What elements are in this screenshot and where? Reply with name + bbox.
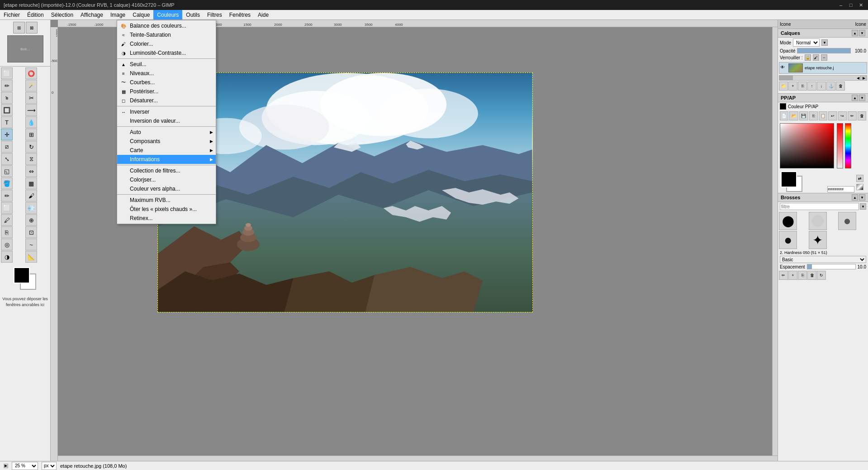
menu-item-image[interactable]: Image bbox=[107, 10, 129, 19]
menu-item-fichier[interactable]: Fichier bbox=[0, 10, 24, 19]
calques-down-icon[interactable]: ▼ bbox=[859, 30, 865, 36]
tool-clone[interactable]: ⎘ bbox=[1, 226, 13, 238]
brush-delete-btn[interactable]: 🗑 bbox=[807, 271, 816, 280]
color-spectrum[interactable] bbox=[845, 123, 851, 168]
menu-item-maximum-rvb[interactable]: Maximum RVB... bbox=[117, 196, 216, 205]
ppap-open-btn[interactable]: 📂 bbox=[789, 111, 798, 120]
menu-item-teinte-saturation[interactable]: ≈Teinte-Saturation bbox=[117, 30, 216, 39]
menu-item-auto[interactable]: Auto bbox=[117, 128, 216, 137]
foreground-color[interactable] bbox=[14, 267, 30, 283]
tool-airbrush[interactable]: 💨 bbox=[25, 202, 37, 214]
scroll-left[interactable]: ◀ bbox=[793, 76, 860, 80]
duplicate-layer-btn[interactable]: ⎘ bbox=[798, 82, 807, 91]
menu-item-collection-filtres[interactable]: Collection de filtres... bbox=[117, 166, 216, 175]
minimize-button[interactable]: – bbox=[837, 1, 844, 9]
tool-perspective[interactable]: ◱ bbox=[1, 165, 13, 177]
menu-item-desaturer[interactable]: ◻Désaturer... bbox=[117, 96, 216, 105]
menu-item-informations[interactable]: Informations bbox=[117, 155, 216, 164]
brush-item-2[interactable] bbox=[809, 212, 827, 230]
move-lock-icon[interactable]: ↔ bbox=[821, 54, 827, 61]
brush-filter-dropdown[interactable]: ▼ bbox=[860, 203, 866, 210]
menu-item-retinex[interactable]: Retinex... bbox=[117, 214, 216, 223]
spacing-slider[interactable] bbox=[807, 264, 856, 269]
menu-item-filtres[interactable]: Filtres bbox=[204, 10, 226, 19]
new-layer-btn[interactable]: + bbox=[788, 82, 797, 91]
menu-item-aide[interactable]: Aide bbox=[254, 10, 272, 19]
brush-filter-input[interactable] bbox=[780, 203, 859, 210]
menu-item-inverser[interactable]: ↔Inverser bbox=[117, 107, 216, 116]
tool-small-btn-2[interactable]: ⊠ bbox=[26, 22, 38, 34]
layer-scrollbar[interactable]: ▶ ◀ bbox=[779, 75, 867, 81]
brush-lock-icon[interactable]: 🖌 bbox=[813, 54, 819, 61]
tool-blur-sharpen[interactable]: ◎ bbox=[1, 239, 13, 250]
anchor-layer-btn[interactable]: ⚓ bbox=[826, 82, 835, 91]
tool-paths[interactable]: ⟿ bbox=[25, 104, 37, 116]
menu-item-composants[interactable]: Composants bbox=[117, 137, 216, 146]
menu-item-inversion-valeur[interactable]: Inversion de valeur... bbox=[117, 116, 216, 125]
tool-rotate[interactable]: ↻ bbox=[25, 141, 37, 153]
delete-layer-btn[interactable]: 🗑 bbox=[836, 82, 845, 91]
color-gradient[interactable] bbox=[780, 123, 834, 168]
brush-style-select[interactable]: Basic bbox=[780, 256, 866, 263]
lock-icon[interactable]: 🔒 bbox=[805, 54, 811, 61]
tool-fuzzy-select[interactable]: 🪄 bbox=[25, 80, 37, 91]
opacity-slider[interactable] bbox=[797, 48, 851, 53]
tool-free-select[interactable]: ✏ bbox=[1, 80, 13, 91]
zoom-select[interactable]: 12.5 % 25 % 50 % 100 % bbox=[12, 462, 38, 470]
scroll-right[interactable]: ▶ bbox=[860, 76, 867, 80]
menu-item-niveaux[interactable]: ≡Niveaux... bbox=[117, 69, 216, 78]
layer-up-btn[interactable]: ↑ bbox=[807, 82, 816, 91]
tool-align[interactable]: ⊞ bbox=[25, 129, 37, 140]
menu-item-carte[interactable]: Carte bbox=[117, 146, 216, 155]
maximize-button[interactable]: □ bbox=[847, 1, 854, 9]
tool-ink[interactable]: 🖊 bbox=[1, 214, 13, 226]
tool-move[interactable]: ✛ bbox=[1, 129, 13, 140]
tool-gradient[interactable]: ▦ bbox=[25, 177, 37, 189]
brush-item-1[interactable]: ⬤ bbox=[779, 212, 797, 230]
tool-ellipse-select[interactable]: ⭕ bbox=[25, 67, 37, 79]
menu-item-courbes[interactable]: 〜Courbes... bbox=[117, 78, 216, 87]
close-button[interactable]: ✕ bbox=[857, 1, 864, 9]
unit-select[interactable]: px bbox=[42, 462, 57, 470]
menu-item-fenetres[interactable]: Fenêtres bbox=[226, 10, 254, 19]
ppap-down-icon[interactable]: ▼ bbox=[859, 95, 865, 101]
tool-pencil[interactable]: ✏ bbox=[1, 190, 13, 201]
ppap-up-icon[interactable]: ▲ bbox=[852, 95, 858, 101]
ppap-save-btn[interactable]: 💾 bbox=[799, 111, 808, 120]
brush-new-btn[interactable]: + bbox=[788, 271, 797, 280]
ppap-new-btn[interactable]: 📄 bbox=[780, 111, 788, 120]
tool-by-color-select[interactable]: 🖱 bbox=[1, 92, 13, 104]
brush-item-4[interactable]: ● bbox=[779, 231, 797, 249]
menu-item-colorjser[interactable]: Colorjser... bbox=[117, 175, 216, 184]
ppap-undo-btn[interactable]: ↩ bbox=[828, 111, 837, 120]
tool-scissors-select[interactable]: ✂ bbox=[25, 92, 37, 104]
tool-text[interactable]: T bbox=[1, 116, 13, 128]
menu-item-selection[interactable]: Sélection bbox=[47, 10, 77, 19]
layer-item[interactable]: 👁 etape retouche.j bbox=[779, 62, 867, 74]
menu-item-seuil[interactable]: ▲Seuil... bbox=[117, 60, 216, 69]
tool-crop[interactable]: ⧄ bbox=[1, 141, 13, 153]
tool-paintbrush[interactable]: 🖌 bbox=[25, 190, 37, 201]
calques-up-icon[interactable]: ▲ bbox=[852, 30, 858, 36]
tool-smudge[interactable]: ~ bbox=[25, 239, 37, 250]
menu-item-luminosite-contraste[interactable]: ◑Luminosité-Contraste... bbox=[117, 48, 216, 58]
tool-eraser[interactable]: ⬜ bbox=[1, 202, 13, 214]
tool-color-picker[interactable]: 💧 bbox=[25, 116, 37, 128]
tool-shear[interactable]: ⧖ bbox=[25, 153, 37, 165]
ppap-copy-btn[interactable]: ⎘ bbox=[809, 111, 817, 120]
menu-item-couleur-vers-alpha[interactable]: Couleur vers alpha... bbox=[117, 184, 216, 193]
brush-item-5[interactable]: ✦ bbox=[809, 231, 827, 249]
brush-item-3[interactable]: ● bbox=[838, 212, 856, 230]
menu-item-edition[interactable]: Édition bbox=[24, 10, 47, 19]
menu-item-calque[interactable]: Calque bbox=[129, 10, 153, 19]
ppap-edit-btn[interactable]: ✏ bbox=[848, 111, 856, 120]
brush-duplicate-btn[interactable]: ⎘ bbox=[798, 271, 807, 280]
fg-swatch[interactable] bbox=[781, 171, 797, 187]
menu-item-colorier[interactable]: 🖌Colorier... bbox=[117, 39, 216, 48]
v-scrollbar[interactable] bbox=[772, 27, 778, 456]
mode-select[interactable]: Normal bbox=[793, 38, 820, 47]
menu-item-couleurs[interactable]: Couleurs bbox=[153, 10, 182, 19]
brosses-up-icon[interactable]: ▲ bbox=[852, 194, 858, 201]
ppap-delete-btn[interactable]: 🗑 bbox=[858, 111, 866, 120]
tool-measure[interactable]: 📐 bbox=[25, 251, 37, 263]
